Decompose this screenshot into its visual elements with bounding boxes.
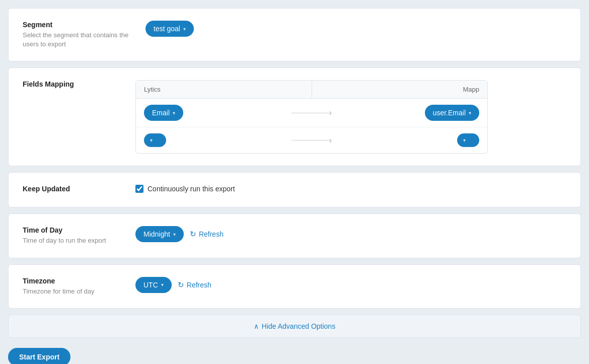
segment-selected-value: test goal — [154, 25, 180, 33]
mapping-row-2: ▾ ▾ — [136, 127, 487, 153]
time-of-day-title: Time of Day — [23, 226, 123, 234]
segment-card: Segment Select the segment that contains… — [8, 8, 581, 61]
start-export-label: Start Export — [19, 353, 59, 361]
mapping-left-2: ▾ — [144, 133, 291, 147]
time-of-day-refresh-label: Refresh — [199, 230, 224, 238]
segment-content: test goal ▾ — [145, 21, 566, 37]
keep-updated-checkbox-row: Continuously run this export — [135, 185, 235, 193]
timezone-value: UTC — [143, 281, 158, 289]
mapp-field-dropdown-1[interactable]: user.Email ▾ — [425, 105, 479, 121]
arrow-line-2 — [291, 136, 332, 145]
timezone-description: Timezone for time of day — [23, 287, 123, 296]
keep-updated-label-group: Keep Updated — [23, 185, 123, 195]
start-export-button[interactable]: Start Export — [8, 348, 70, 364]
mapp-field-value-1: user.Email — [433, 109, 466, 117]
lytics-field-dropdown-2[interactable]: ▾ — [144, 133, 166, 147]
arrow-line-1 — [291, 108, 332, 117]
fields-mapping-card: Fields Mapping Lytics Mapp Email ▾ — [8, 67, 581, 166]
fields-mapping-label-group: Fields Mapping — [23, 80, 123, 90]
col-lytics-header: Lytics — [136, 81, 312, 98]
time-of-day-refresh-icon: ↻ — [190, 230, 196, 239]
caret-up-icon: ∧ — [254, 322, 259, 330]
mapping-right-1: user.Email ▾ — [332, 105, 479, 121]
time-of-day-value: Midnight — [143, 230, 170, 238]
timezone-label-group: Timezone Timezone for time of day — [23, 277, 123, 296]
mapping-row-1: Email ▾ user.Email ▾ — [136, 99, 487, 127]
fields-mapping-table: Lytics Mapp Email ▾ — [135, 80, 488, 154]
timezone-dropdown[interactable]: UTC ▾ — [135, 277, 172, 293]
segment-chevron-icon: ▾ — [183, 26, 186, 32]
lytics-field-dropdown-1[interactable]: Email ▾ — [144, 105, 183, 121]
hide-advanced-options-button[interactable]: ∧ Hide Advanced Options — [254, 322, 335, 330]
segment-title: Segment — [23, 21, 133, 29]
time-of-day-content: Midnight ▾ ↻ Refresh — [135, 226, 566, 242]
segment-label-group: Segment Select the segment that contains… — [23, 21, 133, 49]
keep-updated-title: Keep Updated — [23, 185, 123, 193]
time-of-day-chevron-icon: ▾ — [173, 232, 176, 237]
segment-dropdown[interactable]: test goal ▾ — [145, 21, 194, 37]
timezone-refresh-button[interactable]: ↻ Refresh — [178, 280, 211, 289]
time-of-day-label-group: Time of Day Time of day to run the expor… — [23, 226, 123, 245]
fields-mapping-content: Lytics Mapp Email ▾ — [135, 80, 566, 154]
mapp-chevron-icon-1: ▾ — [469, 110, 471, 116]
mapping-left-1: Email ▾ — [144, 105, 291, 121]
timezone-refresh-icon: ↻ — [178, 280, 184, 289]
lytics-chevron-icon-1: ▾ — [173, 110, 175, 116]
hide-advanced-options-bar: ∧ Hide Advanced Options — [8, 315, 581, 338]
timezone-title: Timezone — [23, 277, 123, 285]
keep-updated-checkbox-label[interactable]: Continuously run this export — [148, 185, 235, 193]
time-of-day-description: Time of day to run the export — [23, 236, 123, 245]
lytics-chevron-icon-2: ▾ — [150, 137, 153, 143]
mapping-arrow-2 — [291, 136, 332, 145]
col-mapp-header: Mapp — [312, 81, 488, 98]
timezone-card: Timezone Timezone for time of day UTC ▾ … — [8, 264, 581, 309]
mapp-chevron-icon-2: ▾ — [463, 137, 466, 143]
timezone-refresh-label: Refresh — [187, 281, 211, 289]
mapp-field-dropdown-2[interactable]: ▾ — [457, 133, 479, 147]
mapping-arrow-1 — [291, 108, 332, 117]
lytics-field-value-1: Email — [152, 109, 170, 117]
fields-mapping-header: Lytics Mapp — [136, 81, 487, 99]
segment-description: Select the segment that contains the use… — [23, 31, 133, 49]
keep-updated-content: Continuously run this export — [135, 185, 566, 193]
time-of-day-refresh-button[interactable]: ↻ Refresh — [190, 230, 224, 239]
timezone-chevron-icon: ▾ — [161, 282, 164, 287]
timezone-content: UTC ▾ ↻ Refresh — [135, 277, 566, 293]
hide-advanced-options-label: Hide Advanced Options — [262, 322, 335, 330]
fields-mapping-title: Fields Mapping — [23, 80, 123, 88]
time-of-day-card: Time of Day Time of day to run the expor… — [8, 213, 581, 258]
mapping-right-2: ▾ — [332, 133, 479, 147]
keep-updated-card: Keep Updated Continuously run this expor… — [8, 172, 581, 207]
keep-updated-checkbox[interactable] — [135, 185, 143, 193]
footer-bar: Start Export — [8, 344, 581, 364]
time-of-day-dropdown[interactable]: Midnight ▾ — [135, 226, 184, 242]
